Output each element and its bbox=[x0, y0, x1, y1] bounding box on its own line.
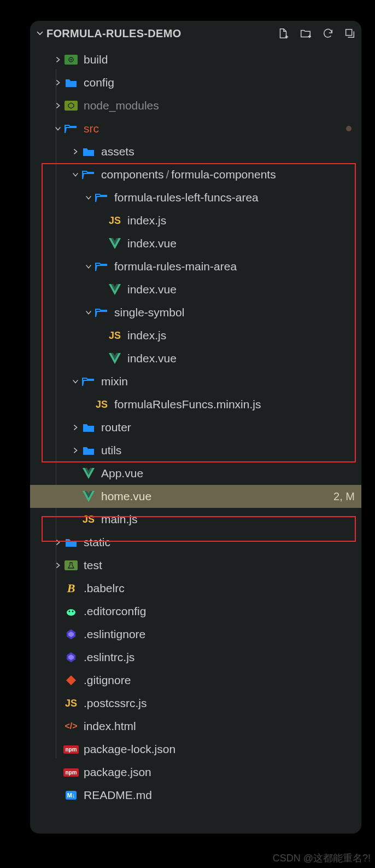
eslint-file-icon bbox=[64, 627, 78, 641]
tree-label: index.vue bbox=[127, 283, 177, 296]
tree-item-index-vue[interactable]: index.vue bbox=[30, 347, 361, 370]
tree-item-build[interactable]: build bbox=[30, 48, 361, 71]
chevron-right-movable-icon bbox=[69, 424, 81, 431]
svg-rect-4 bbox=[65, 101, 78, 111]
chevron-right-icon bbox=[52, 79, 64, 86]
vue-file-icon bbox=[81, 466, 96, 481]
tree-item-single-symbol[interactable]: single-symbol bbox=[30, 301, 361, 324]
js-file-icon: JS bbox=[81, 512, 96, 526]
tree-label: .postcssrc.js bbox=[84, 697, 147, 710]
chevron-right-icon bbox=[69, 447, 81, 454]
vue-file-icon bbox=[81, 489, 96, 504]
tree-label: index.js bbox=[127, 214, 166, 227]
js-file-icon: JS bbox=[108, 213, 122, 228]
explorer-panel: FORMULA-RULES-DEMO build config node_mod… bbox=[30, 21, 361, 834]
tree-item-editorconfig[interactable]: .editorconfig bbox=[30, 600, 361, 623]
tree-item-pkg[interactable]: npm package.json bbox=[30, 761, 361, 784]
tree-label: single-symbol bbox=[114, 306, 184, 319]
folder-open-icon bbox=[95, 305, 109, 320]
tree-item-test[interactable]: test bbox=[30, 554, 361, 577]
tree-item-frma[interactable]: formula-rules-main-area bbox=[30, 255, 361, 278]
tree-item-readme[interactable]: M↓ README.md bbox=[30, 784, 361, 807]
watermark: CSDN @这都能重名?! bbox=[273, 852, 371, 865]
chevron-right-icon bbox=[52, 539, 64, 546]
markdown-file-icon: M↓ bbox=[64, 788, 78, 802]
tree-label: home.vue bbox=[101, 490, 151, 503]
tree-item-config[interactable]: config bbox=[30, 71, 361, 94]
chevron-down-icon bbox=[83, 263, 95, 270]
header-actions bbox=[277, 27, 356, 39]
tree-item-home-vue[interactable]: home.vue 2, M bbox=[30, 485, 361, 508]
tree-item-index-js[interactable]: JS index.js bbox=[30, 324, 361, 347]
tree-item-src[interactable]: src bbox=[30, 117, 361, 140]
html-file-icon: </> bbox=[64, 719, 78, 733]
tree-label: index.vue bbox=[127, 237, 177, 250]
editorconfig-file-icon bbox=[64, 604, 78, 618]
tree-item-eslintrc[interactable]: .eslintrc.js bbox=[30, 646, 361, 669]
tree-label: App.vue bbox=[101, 467, 143, 480]
tree-item-index-js[interactable]: JS index.js bbox=[30, 209, 361, 232]
folder-icon bbox=[81, 420, 96, 435]
tree-item-gitignore[interactable]: .gitignore bbox=[30, 669, 361, 692]
tree-label: README.md bbox=[84, 789, 152, 802]
chevron-right-icon bbox=[52, 102, 64, 109]
tree-label: package.json bbox=[84, 766, 151, 779]
svg-point-8 bbox=[72, 611, 74, 612]
babel-file-icon: B bbox=[64, 581, 78, 595]
tree-label: test bbox=[84, 559, 102, 572]
project-title: FORMULA-RULES-DEMO bbox=[46, 27, 277, 40]
js-file-icon: JS bbox=[64, 696, 78, 710]
git-status: 2, M bbox=[333, 490, 355, 503]
tree-item-utils[interactable]: utils bbox=[30, 439, 361, 462]
tree-label: node_modules bbox=[84, 99, 159, 112]
tree-item-mixin[interactable]: mixin bbox=[30, 370, 361, 393]
vue-file-icon bbox=[108, 282, 122, 297]
folder-icon bbox=[64, 76, 78, 90]
vue-file-icon bbox=[108, 236, 122, 251]
tree-label: index.vue bbox=[127, 352, 177, 365]
tree-label: .gitignore bbox=[84, 674, 131, 687]
collapse-all-icon[interactable] bbox=[344, 27, 356, 39]
tree-item-eslintignore[interactable]: .eslintignore bbox=[30, 623, 361, 646]
tree-item-app-vue[interactable]: App.vue bbox=[30, 462, 361, 485]
tree-label: src bbox=[84, 122, 99, 135]
tree-item-assets[interactable]: assets bbox=[30, 140, 361, 163]
chevron-down-icon bbox=[83, 309, 95, 316]
svg-point-6 bbox=[67, 609, 75, 616]
js-file-icon: JS bbox=[108, 328, 122, 343]
tree-label: components/formula-components bbox=[101, 168, 276, 181]
tree-label: package-lock.json bbox=[84, 743, 175, 756]
tree-label: .babelrc bbox=[84, 582, 125, 595]
refresh-icon[interactable] bbox=[322, 27, 334, 39]
git-file-icon bbox=[64, 673, 78, 687]
tree-item-frlfa[interactable]: formula-rules-left-funcs-area bbox=[30, 186, 361, 209]
tree-item-mixin-file[interactable]: JS formulaRulesFuncs.minxin.js bbox=[30, 393, 361, 416]
tree-label: .eslintignore bbox=[84, 628, 145, 641]
tree-label: config bbox=[84, 76, 114, 89]
tree-item-index-vue[interactable]: index.vue bbox=[30, 278, 361, 301]
tree-label: assets bbox=[101, 145, 134, 158]
svg-point-3 bbox=[71, 59, 72, 61]
folder-open-icon bbox=[81, 374, 96, 389]
tree-item-node-modules[interactable]: node_modules bbox=[30, 94, 361, 117]
tree-item-components[interactable]: components/formula-components bbox=[30, 163, 361, 186]
tree-item-index-vue[interactable]: index.vue bbox=[30, 232, 361, 255]
folder-open-icon bbox=[95, 259, 109, 274]
tree-label: build bbox=[84, 53, 108, 66]
tree-item-main-js[interactable]: JS main.js bbox=[30, 508, 361, 531]
tree-label: formula-rules-left-funcs-area bbox=[114, 191, 259, 204]
tree-item-router[interactable]: router bbox=[30, 416, 361, 439]
chevron-down-icon[interactable] bbox=[34, 29, 45, 38]
tree-item-postcssrc[interactable]: JS .postcssrc.js bbox=[30, 692, 361, 715]
folder-open-icon bbox=[64, 121, 78, 136]
tree-item-pkg-lock[interactable]: npm package-lock.json bbox=[30, 738, 361, 761]
chevron-down-icon bbox=[69, 171, 81, 178]
npm-file-icon: npm bbox=[64, 765, 78, 779]
new-folder-icon[interactable] bbox=[299, 27, 312, 39]
new-file-icon[interactable] bbox=[277, 27, 289, 39]
tree-label: formulaRulesFuncs.minxin.js bbox=[114, 398, 261, 411]
tree-item-static[interactable]: static bbox=[30, 531, 361, 554]
tree-item-index-html[interactable]: </> index.html bbox=[30, 715, 361, 738]
tree-item-babelrc[interactable]: B .babelrc bbox=[30, 577, 361, 600]
chevron-right-icon bbox=[52, 56, 64, 63]
